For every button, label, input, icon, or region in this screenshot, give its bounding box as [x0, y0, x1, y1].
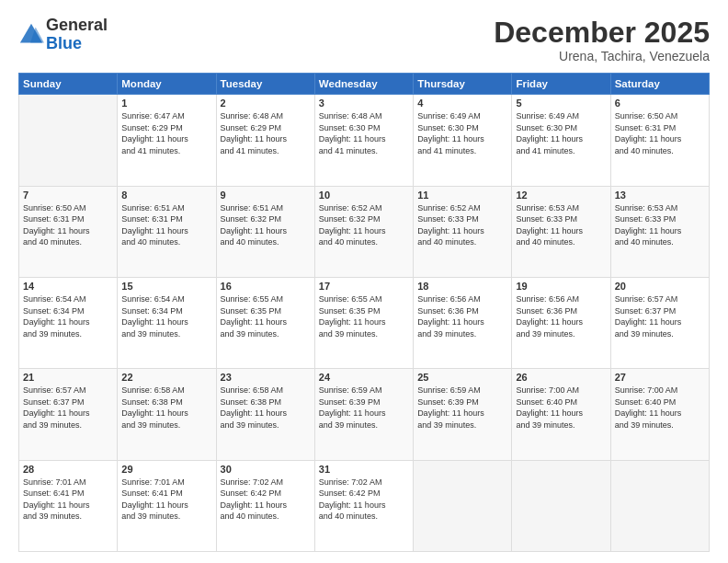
- calendar-cell: [512, 460, 610, 551]
- day-number: 13: [615, 190, 705, 201]
- day-number: 16: [221, 281, 311, 292]
- day-info: Sunrise: 6:48 AM Sunset: 6:29 PM Dayligh…: [221, 110, 311, 156]
- calendar-cell: 10Sunrise: 6:52 AM Sunset: 6:32 PM Dayli…: [314, 186, 413, 277]
- calendar-cell: 15Sunrise: 6:54 AM Sunset: 6:34 PM Dayli…: [118, 277, 216, 368]
- day-number: 28: [23, 464, 113, 475]
- col-saturday: Saturday: [610, 74, 709, 95]
- day-info: Sunrise: 6:55 AM Sunset: 6:35 PM Dayligh…: [319, 293, 409, 339]
- calendar-cell: 5Sunrise: 6:49 AM Sunset: 6:30 PM Daylig…: [512, 95, 610, 186]
- day-number: 27: [615, 372, 705, 383]
- logo-icon: [18, 22, 44, 48]
- calendar-cell: 27Sunrise: 7:00 AM Sunset: 6:40 PM Dayli…: [610, 369, 709, 460]
- day-number: 10: [319, 190, 409, 201]
- day-info: Sunrise: 6:49 AM Sunset: 6:30 PM Dayligh…: [417, 110, 507, 156]
- day-info: Sunrise: 7:00 AM Sunset: 6:40 PM Dayligh…: [516, 385, 606, 431]
- header: General Blue December 2025 Urena, Tachir…: [18, 17, 710, 63]
- day-info: Sunrise: 6:51 AM Sunset: 6:31 PM Dayligh…: [121, 202, 211, 248]
- day-number: 7: [23, 190, 113, 201]
- title-block: December 2025 Urena, Tachira, Venezuela: [494, 17, 710, 63]
- calendar-cell: 29Sunrise: 7:01 AM Sunset: 6:41 PM Dayli…: [118, 460, 216, 551]
- calendar-cell: 31Sunrise: 7:02 AM Sunset: 6:42 PM Dayli…: [314, 460, 413, 551]
- calendar-cell: 11Sunrise: 6:52 AM Sunset: 6:33 PM Dayli…: [414, 186, 512, 277]
- day-info: Sunrise: 6:47 AM Sunset: 6:29 PM Dayligh…: [121, 110, 211, 156]
- day-info: Sunrise: 7:00 AM Sunset: 6:40 PM Dayligh…: [615, 385, 705, 431]
- calendar-cell: 25Sunrise: 6:59 AM Sunset: 6:39 PM Dayli…: [414, 369, 512, 460]
- calendar-cell: 9Sunrise: 6:51 AM Sunset: 6:32 PM Daylig…: [216, 186, 314, 277]
- calendar-cell: [19, 95, 118, 186]
- col-tuesday: Tuesday: [216, 74, 314, 95]
- calendar-cell: 23Sunrise: 6:58 AM Sunset: 6:38 PM Dayli…: [216, 369, 314, 460]
- day-number: 3: [319, 98, 409, 109]
- col-sunday: Sunday: [19, 74, 118, 95]
- calendar-cell: 21Sunrise: 6:57 AM Sunset: 6:37 PM Dayli…: [19, 369, 118, 460]
- day-info: Sunrise: 6:57 AM Sunset: 6:37 PM Dayligh…: [23, 385, 113, 431]
- page: General Blue December 2025 Urena, Tachir…: [0, 0, 728, 563]
- calendar-cell: 28Sunrise: 7:01 AM Sunset: 6:41 PM Dayli…: [19, 460, 118, 551]
- day-info: Sunrise: 6:53 AM Sunset: 6:33 PM Dayligh…: [516, 202, 606, 248]
- calendar-cell: 17Sunrise: 6:55 AM Sunset: 6:35 PM Dayli…: [314, 277, 413, 368]
- day-number: 11: [417, 190, 507, 201]
- day-info: Sunrise: 6:57 AM Sunset: 6:37 PM Dayligh…: [615, 293, 705, 339]
- day-number: 21: [23, 372, 113, 383]
- calendar-cell: 7Sunrise: 6:50 AM Sunset: 6:31 PM Daylig…: [19, 186, 118, 277]
- day-number: 9: [221, 190, 311, 201]
- calendar-cell: 1Sunrise: 6:47 AM Sunset: 6:29 PM Daylig…: [118, 95, 216, 186]
- day-number: 4: [417, 98, 507, 109]
- day-info: Sunrise: 6:50 AM Sunset: 6:31 PM Dayligh…: [23, 202, 113, 248]
- day-number: 19: [516, 281, 606, 292]
- logo-general: General: [46, 16, 108, 34]
- day-number: 30: [221, 464, 311, 475]
- calendar-cell: [610, 460, 709, 551]
- calendar-cell: 3Sunrise: 6:48 AM Sunset: 6:30 PM Daylig…: [314, 95, 413, 186]
- day-info: Sunrise: 6:54 AM Sunset: 6:34 PM Dayligh…: [23, 293, 113, 339]
- calendar-week-0: 1Sunrise: 6:47 AM Sunset: 6:29 PM Daylig…: [19, 95, 710, 186]
- day-info: Sunrise: 6:52 AM Sunset: 6:33 PM Dayligh…: [417, 202, 507, 248]
- calendar-cell: 4Sunrise: 6:49 AM Sunset: 6:30 PM Daylig…: [414, 95, 512, 186]
- col-friday: Friday: [512, 74, 610, 95]
- col-monday: Monday: [118, 74, 216, 95]
- calendar-cell: 19Sunrise: 6:56 AM Sunset: 6:36 PM Dayli…: [512, 277, 610, 368]
- calendar-week-3: 21Sunrise: 6:57 AM Sunset: 6:37 PM Dayli…: [19, 369, 710, 460]
- day-number: 2: [221, 98, 311, 109]
- day-info: Sunrise: 6:54 AM Sunset: 6:34 PM Dayligh…: [121, 293, 211, 339]
- calendar-cell: 14Sunrise: 6:54 AM Sunset: 6:34 PM Dayli…: [19, 277, 118, 368]
- day-info: Sunrise: 6:51 AM Sunset: 6:32 PM Dayligh…: [221, 202, 311, 248]
- location: Urena, Tachira, Venezuela: [494, 49, 710, 63]
- day-info: Sunrise: 7:01 AM Sunset: 6:41 PM Dayligh…: [121, 477, 211, 523]
- logo-text: General Blue: [46, 17, 108, 53]
- day-number: 8: [121, 190, 211, 201]
- day-number: 17: [319, 281, 409, 292]
- calendar-cell: 13Sunrise: 6:53 AM Sunset: 6:33 PM Dayli…: [610, 186, 709, 277]
- calendar-table: Sunday Monday Tuesday Wednesday Thursday…: [18, 73, 710, 552]
- calendar-week-1: 7Sunrise: 6:50 AM Sunset: 6:31 PM Daylig…: [19, 186, 710, 277]
- calendar-cell: 24Sunrise: 6:59 AM Sunset: 6:39 PM Dayli…: [314, 369, 413, 460]
- calendar-cell: 12Sunrise: 6:53 AM Sunset: 6:33 PM Dayli…: [512, 186, 610, 277]
- day-info: Sunrise: 7:02 AM Sunset: 6:42 PM Dayligh…: [221, 477, 311, 523]
- day-info: Sunrise: 6:52 AM Sunset: 6:32 PM Dayligh…: [319, 202, 409, 248]
- calendar-cell: 2Sunrise: 6:48 AM Sunset: 6:29 PM Daylig…: [216, 95, 314, 186]
- day-info: Sunrise: 6:58 AM Sunset: 6:38 PM Dayligh…: [121, 385, 211, 431]
- calendar-week-4: 28Sunrise: 7:01 AM Sunset: 6:41 PM Dayli…: [19, 460, 710, 551]
- day-info: Sunrise: 7:02 AM Sunset: 6:42 PM Dayligh…: [319, 477, 409, 523]
- day-number: 18: [417, 281, 507, 292]
- day-info: Sunrise: 7:01 AM Sunset: 6:41 PM Dayligh…: [23, 477, 113, 523]
- day-number: 1: [121, 98, 211, 109]
- day-info: Sunrise: 6:49 AM Sunset: 6:30 PM Dayligh…: [516, 110, 606, 156]
- day-info: Sunrise: 6:59 AM Sunset: 6:39 PM Dayligh…: [319, 385, 409, 431]
- day-number: 25: [417, 372, 507, 383]
- calendar-cell: 20Sunrise: 6:57 AM Sunset: 6:37 PM Dayli…: [610, 277, 709, 368]
- day-number: 31: [319, 464, 409, 475]
- day-info: Sunrise: 6:56 AM Sunset: 6:36 PM Dayligh…: [417, 293, 507, 339]
- day-info: Sunrise: 6:53 AM Sunset: 6:33 PM Dayligh…: [615, 202, 705, 248]
- col-wednesday: Wednesday: [314, 74, 413, 95]
- logo-blue: Blue: [46, 34, 82, 52]
- day-number: 12: [516, 190, 606, 201]
- month-title: December 2025: [494, 17, 710, 49]
- calendar-cell: [414, 460, 512, 551]
- header-row: Sunday Monday Tuesday Wednesday Thursday…: [19, 74, 710, 95]
- day-number: 24: [319, 372, 409, 383]
- day-info: Sunrise: 6:58 AM Sunset: 6:38 PM Dayligh…: [221, 385, 311, 431]
- day-info: Sunrise: 6:59 AM Sunset: 6:39 PM Dayligh…: [417, 385, 507, 431]
- day-number: 22: [121, 372, 211, 383]
- day-info: Sunrise: 6:56 AM Sunset: 6:36 PM Dayligh…: [516, 293, 606, 339]
